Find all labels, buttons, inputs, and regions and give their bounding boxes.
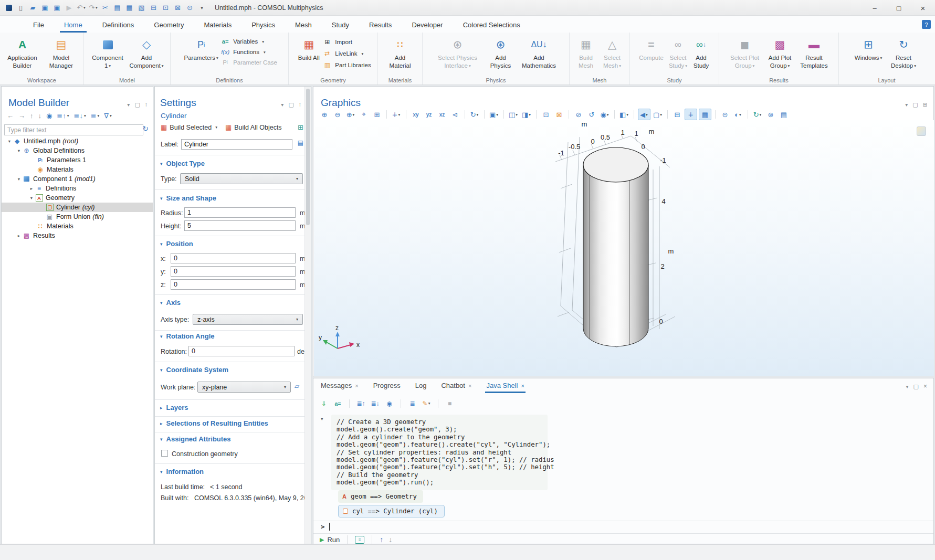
component-1-button[interactable]: Component 1▾ [88, 36, 127, 70]
tree-item-geometry[interactable]: ▾ A Geometry [2, 193, 153, 203]
paste-icon[interactable]: ▦ [125, 3, 134, 13]
zoom-extents-icon[interactable]: ⊞ [371, 109, 383, 120]
model-manager-button[interactable]: ▤ Model Manager [42, 36, 81, 70]
minimize-button[interactable]: – [863, 0, 887, 16]
functions-button[interactable]: f(x) Functions▾ [220, 49, 277, 55]
hide-objects-icon[interactable]: ⊘ [573, 109, 584, 120]
snapshot-icon[interactable]: ⊚ [765, 109, 776, 120]
scene-settings-icon[interactable]: ◧▾ [618, 109, 630, 120]
collapsed-caret-icon[interactable]: ▸ [28, 186, 35, 191]
move-up-icon[interactable]: ↑ [30, 112, 34, 120]
panel-float-icon[interactable]: ▢ [912, 101, 918, 108]
scrollbar-thumb[interactable] [306, 89, 310, 225]
stop-icon[interactable]: ■ [445, 398, 455, 408]
windows-button[interactable]: ⊞ Windows▾ [852, 36, 885, 62]
node-text-icon[interactable]: ≣▾ [91, 112, 100, 120]
forward-icon[interactable]: → [18, 112, 25, 120]
move-down-icon[interactable]: ↓ [38, 112, 42, 120]
panel-menu-icon[interactable]: ▾ [905, 102, 908, 108]
livelink-button[interactable]: ⇄ LiveLink▾ [322, 50, 371, 57]
move-down-icon[interactable]: ≣↓ [370, 398, 380, 408]
wireframe-icon[interactable]: ▢▾ [652, 109, 664, 120]
tree-item-materials-component[interactable]: ∷ Materials [2, 221, 153, 231]
tab-physics[interactable]: Physics [247, 18, 279, 33]
tab-file[interactable]: File [29, 18, 48, 33]
collapse-all-icon[interactable]: ≣↓▾ [74, 112, 86, 120]
image-function-icon[interactable]: ◫▾ [508, 109, 519, 120]
build-all-button[interactable]: ▦ Build All [295, 36, 322, 62]
section-assigned-attributes[interactable]: ▾ Assigned Attributes [160, 435, 231, 443]
zoom-box-icon[interactable]: ⊕▾ [345, 109, 356, 120]
tree-item-materials-global[interactable]: ◉ Materials [2, 165, 153, 174]
deselect-box-icon[interactable]: ⊠ [553, 109, 565, 120]
tab-results[interactable]: Results [365, 18, 396, 33]
tab-progress[interactable]: Progress [372, 378, 402, 393]
tab-materials[interactable]: Materials [199, 18, 236, 33]
go-to-yz-view-icon[interactable]: yz [423, 109, 435, 120]
expand-all-icon[interactable]: ≣↑▾ [57, 112, 69, 120]
copy-icon[interactable]: ▤ [113, 3, 122, 13]
result-templates-button[interactable]: ▬ Result Templates [796, 36, 832, 70]
panel-grid-icon[interactable]: ⊞ [923, 102, 927, 108]
undo-icon[interactable]: ↶▾ [77, 3, 86, 13]
cut-icon[interactable]: ✂ [101, 3, 110, 13]
refresh-icon[interactable]: ↻ [142, 124, 149, 133]
z-input[interactable] [171, 279, 296, 290]
height-input[interactable] [184, 220, 296, 231]
create-node-group-icon[interactable]: ⊞ [298, 123, 303, 131]
java-shell-code[interactable]: // Create a 3D geometrymodel.geom().crea… [337, 418, 554, 487]
appearance-icon[interactable]: ▣▾ [488, 109, 500, 120]
variables-button[interactable]: a= Variables▾ [220, 38, 277, 45]
tab-geometry[interactable]: Geometry [150, 18, 188, 33]
run-button[interactable]: ▶ Run [320, 536, 340, 544]
select-study-button[interactable]: ∞ Select Study▾ [666, 36, 690, 70]
tree-item-cylinder[interactable]: Cylinder (cyl) [2, 203, 153, 212]
sound-icon[interactable]: ◀▾ [638, 109, 650, 120]
rename-icon[interactable]: ▤ [298, 139, 303, 146]
close-button[interactable]: × [911, 0, 935, 16]
expanded-caret-icon[interactable]: ▾ [28, 195, 35, 200]
tree-item-component-1[interactable]: ▾ Component 1 (mod1) [2, 174, 153, 184]
panel-pin-icon[interactable]: ⊺ [145, 102, 148, 108]
code-collapse-icon[interactable]: ▾ [321, 416, 323, 421]
reset-desktop-button[interactable]: ↻ Reset Desktop▾ [885, 36, 922, 70]
axis-type-dropdown[interactable]: z-axis ▾ [193, 314, 303, 325]
expanded-caret-icon[interactable]: ▾ [15, 148, 23, 153]
clear-console-icon[interactable]: ✎▾ [422, 398, 432, 408]
import-button[interactable]: ⊞ Import [322, 38, 371, 46]
section-size-and-shape[interactable]: ▾ Size and Shape [160, 194, 216, 202]
panel-menu-icon[interactable]: ▾ [906, 384, 909, 389]
previous-command-icon[interactable]: ↑ [380, 535, 383, 544]
add-mathematics-button[interactable]: ΔU↓ Add Mathematics [517, 36, 562, 70]
tree-item-results[interactable]: ▸ ▩ Results [2, 231, 153, 240]
panel-pin-icon[interactable]: ⊺ [299, 102, 301, 108]
select-physics-interface-button[interactable]: ⊛ Select Physics Interface▾ [430, 36, 485, 70]
panel-close-icon[interactable]: × [923, 383, 927, 390]
label-input[interactable] [181, 139, 292, 150]
show-icon[interactable]: ◉ [384, 398, 394, 408]
projection-icon[interactable]: ⊲ [449, 109, 461, 120]
parameters-button[interactable]: Pi Parameters▾ [182, 36, 220, 62]
go-to-work-plane-icon[interactable]: ▱ [295, 383, 299, 390]
expanded-caret-icon[interactable]: ▾ [15, 176, 23, 182]
selection-color-icon[interactable]: ⊝ [719, 109, 731, 120]
section-object-type[interactable]: ▾ Object Type [160, 160, 205, 167]
section-selections-of-resulting-entities[interactable]: ▸ Selections of Resulting Entities [160, 419, 268, 427]
tree-item-definitions[interactable]: ▸ ≡ Definitions [2, 184, 153, 193]
add-physics-button[interactable]: ⊛ Add Physics [485, 36, 517, 70]
section-coordinate-system[interactable]: ▾ Coordinate System [160, 366, 228, 374]
open-file-icon[interactable]: ▰ [28, 3, 37, 13]
color-theme-icon[interactable]: ◐▾ [732, 109, 744, 120]
build-mesh-button[interactable]: ▦ Build Mesh [573, 36, 598, 70]
add-study-button[interactable]: ∞↓ Add Study [690, 36, 712, 70]
zoom-in-icon[interactable]: ⊕ [319, 109, 330, 120]
type-dropdown[interactable]: Solid ▾ [180, 173, 303, 184]
zoom-out-icon[interactable]: ⊖ [332, 109, 343, 120]
select-mesh-button[interactable]: △ Select Mesh▾ [598, 36, 626, 70]
tree-item-parameters-1[interactable]: Pi Parameters 1 [2, 155, 153, 165]
add-component-button[interactable]: ◇ Add Component▾ [127, 36, 166, 70]
select-box-icon[interactable]: ⊡ [161, 3, 170, 13]
tab-java-shell[interactable]: Java Shell × [485, 378, 525, 393]
help-button[interactable]: ? [922, 20, 931, 29]
console-window-icon[interactable]: ≡ [355, 536, 364, 544]
